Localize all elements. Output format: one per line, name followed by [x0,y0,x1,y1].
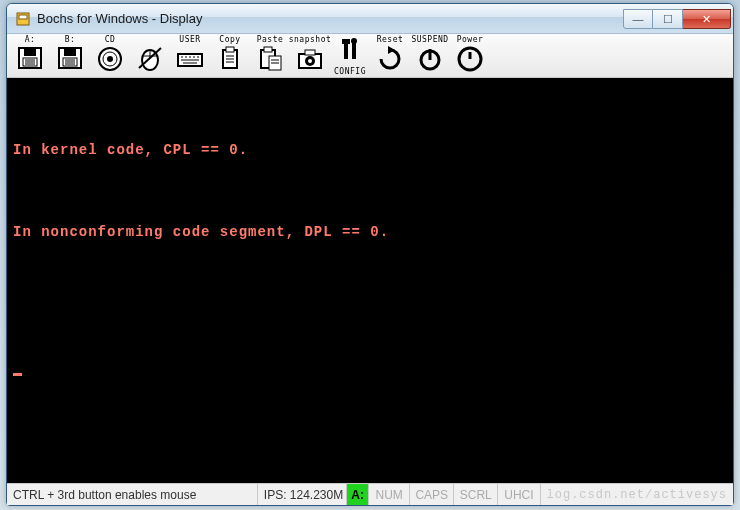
terminal-cursor [13,360,727,380]
user-button[interactable]: USER [171,36,209,76]
status-ips: IPS: 124.230M [258,484,347,505]
status-uhci: UHCI [498,484,540,505]
svg-point-46 [351,38,357,44]
terminal-line: In kernel code, CPL == 0. [13,140,727,160]
floppy-b-button[interactable]: B: [51,36,89,76]
floppy-icon [15,44,45,76]
terminal-line: In nonconforming code segment, DPL == 0. [13,222,727,242]
status-hint: CTRL + 3rd button enables mouse [7,484,258,505]
cd-icon [95,44,125,76]
svg-rect-1 [19,15,27,19]
camera-icon [295,44,325,76]
reset-icon [375,44,405,76]
bochs-window: Bochs for Windows - Display — ☐ ✕ A: B: … [6,3,734,506]
status-scrl: SCRL [454,484,498,505]
close-button[interactable]: ✕ [683,9,731,29]
svg-rect-3 [24,48,36,56]
keyboard-icon [175,44,205,76]
power-icon [415,44,445,76]
clipboard-icon [215,44,245,76]
snapshot-button[interactable]: snapshot [291,36,329,76]
mouse-button[interactable] [131,36,169,76]
power-button[interactable]: Power [451,36,489,76]
app-icon [15,11,31,27]
cdrom-button[interactable]: CD [91,36,129,76]
status-drive-a: A: [347,484,369,505]
minimize-button[interactable]: — [623,9,653,29]
svg-rect-30 [226,47,234,52]
svg-rect-40 [305,50,315,55]
terminal-display[interactable]: In kernel code, CPL == 0. In nonconformi… [7,78,733,483]
svg-rect-35 [264,47,272,52]
svg-point-42 [308,59,312,63]
window-title: Bochs for Windows - Display [37,11,202,26]
statusbar: CTRL + 3rd button enables mouse IPS: 124… [7,483,733,505]
clipboard-icon [255,44,285,76]
svg-point-16 [107,56,113,62]
paste-button[interactable]: Paste [251,36,289,76]
floppy-icon [55,44,85,76]
titlebar[interactable]: Bochs for Windows - Display — ☐ ✕ [7,4,733,34]
mouse-icon [135,44,165,76]
floppy-a-button[interactable]: A: [11,36,49,76]
svg-marker-47 [388,46,395,54]
maximize-button[interactable]: ☐ [653,9,683,29]
suspend-button[interactable]: SUSPEND [411,36,449,76]
svg-rect-44 [342,39,350,44]
config-button[interactable]: CONFIG [331,36,369,76]
status-caps: CAPS [410,484,454,505]
copy-button[interactable]: Copy [211,36,249,76]
tools-icon [335,35,365,67]
window-controls: — ☐ ✕ [623,8,731,29]
watermark: log.csdn.net/activesys [541,484,733,505]
reset-button[interactable]: Reset [371,36,409,76]
status-num: NUM [369,484,410,505]
power-icon [455,44,485,76]
svg-rect-9 [64,48,76,56]
toolbar: A: B: CD USER Copy Paste snapshot [7,34,733,78]
